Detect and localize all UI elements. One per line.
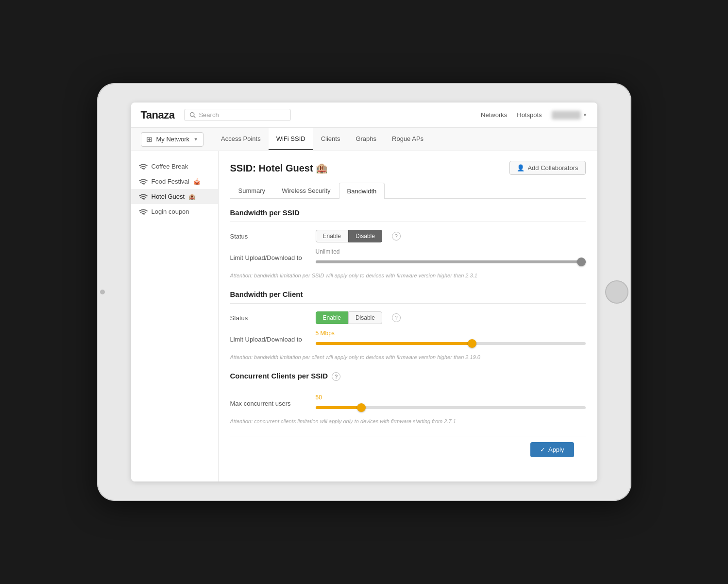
wifi-icon bbox=[139, 193, 148, 200]
bandwidth-per-ssid-section: Bandwidth per SSID Status Enable Disable… bbox=[230, 208, 586, 278]
client-enable-button[interactable]: Enable bbox=[316, 311, 348, 324]
nav-link-hotspots[interactable]: Hotspots bbox=[517, 111, 542, 119]
concurrent-slider-container: 50 bbox=[316, 394, 586, 412]
ssid-status-row: Status Enable Disable ? bbox=[230, 230, 586, 242]
sidebar-item-coffee-break[interactable]: Coffee Break bbox=[131, 159, 218, 174]
client-status-row: Status Enable Disable ? bbox=[230, 311, 586, 324]
check-icon: ✓ bbox=[540, 446, 545, 453]
concurrent-attention-text: Attention: concurrent clients limitation… bbox=[230, 418, 586, 424]
ssid-status-help-icon[interactable]: ? bbox=[392, 232, 401, 240]
apply-bar: ✓ Apply bbox=[230, 436, 586, 463]
ssid-emoji: 🎪 bbox=[193, 178, 201, 185]
sidebar-item-label: Login coupon bbox=[152, 208, 189, 215]
nav-link-networks[interactable]: Networks bbox=[481, 111, 507, 119]
ssid-emoji: 🏨 bbox=[188, 193, 196, 200]
tab-access-points[interactable]: Access Points bbox=[213, 128, 269, 150]
client-slider-wrap bbox=[316, 339, 586, 348]
concurrent-slider-thumb[interactable] bbox=[357, 403, 366, 412]
sidebar: Coffee Break Food Festival 🎪 bbox=[131, 151, 219, 481]
sidebar-item-login-coupon[interactable]: Login coupon bbox=[131, 204, 218, 219]
client-slider-container: 5 Mbps bbox=[316, 330, 586, 348]
top-nav: Tanaza Search Networks Hotspots ▼ bbox=[131, 103, 597, 128]
svg-point-2 bbox=[143, 169, 143, 170]
client-status-toggle: Enable Disable bbox=[316, 311, 382, 324]
client-attention-text: Attention: bandwidth limitation per clie… bbox=[230, 354, 586, 360]
section-title-bandwidth-client: Bandwidth per Client bbox=[230, 290, 586, 304]
content-area: Coffee Break Food Festival 🎪 bbox=[131, 151, 597, 481]
client-slider-fill bbox=[316, 342, 472, 345]
ssid-enable-button[interactable]: Enable bbox=[316, 230, 348, 242]
user-avatar bbox=[552, 111, 581, 120]
ssid-limit-row: Limit Upload/Download to Unlimited bbox=[230, 248, 586, 267]
side-button-left bbox=[100, 290, 105, 294]
concurrent-slider-track[interactable] bbox=[316, 406, 586, 409]
tab-wifi-ssid[interactable]: WiFi SSID bbox=[269, 128, 313, 150]
ssid-status-label: Status bbox=[230, 233, 308, 240]
wifi-icon bbox=[139, 163, 148, 170]
search-placeholder: Search bbox=[199, 111, 219, 119]
ssid-limit-label: Limit Upload/Download to bbox=[230, 254, 308, 261]
wifi-icon bbox=[139, 208, 148, 215]
sidebar-item-food-festival[interactable]: Food Festival 🎪 bbox=[131, 174, 218, 189]
tab-summary[interactable]: Summary bbox=[230, 183, 274, 198]
svg-line-1 bbox=[194, 116, 195, 118]
search-icon bbox=[189, 112, 196, 118]
ssid-status-toggle: Enable Disable bbox=[316, 230, 382, 242]
ssid-slider-container: Unlimited bbox=[316, 248, 586, 267]
ssid-slider-value: Unlimited bbox=[316, 248, 586, 255]
ssid-slider-track[interactable] bbox=[316, 260, 586, 263]
concurrent-slider-fill bbox=[316, 406, 362, 409]
concurrent-help-icon[interactable]: ? bbox=[332, 372, 340, 381]
concurrent-slider-value: 50 bbox=[316, 394, 586, 401]
svg-point-0 bbox=[190, 113, 194, 117]
client-limit-row: Limit Upload/Download to 5 Mbps bbox=[230, 330, 586, 348]
section-title-concurrent: Concurrent Clients per SSID ? bbox=[230, 372, 586, 386]
client-limit-label: Limit Upload/Download to bbox=[230, 336, 308, 343]
search-box[interactable]: Search bbox=[184, 109, 291, 121]
tab-wireless-security[interactable]: Wireless Security bbox=[273, 183, 339, 198]
concurrent-clients-section: Concurrent Clients per SSID ? Max concur… bbox=[230, 372, 586, 424]
nav-links: Networks Hotspots ▼ bbox=[481, 111, 587, 120]
svg-point-5 bbox=[143, 214, 143, 215]
client-slider-thumb[interactable] bbox=[468, 339, 476, 348]
ssid-attention-text: Attention: bandwidth limitation per SSID… bbox=[230, 273, 586, 278]
concurrent-slider-wrap bbox=[316, 403, 586, 412]
client-slider-track[interactable] bbox=[316, 342, 586, 345]
apply-button[interactable]: ✓ Apply bbox=[530, 442, 574, 457]
client-slider-value: 5 Mbps bbox=[316, 330, 586, 337]
section-title-bandwidth-ssid: Bandwidth per SSID bbox=[230, 208, 586, 222]
sidebar-item-label: Hotel Guest bbox=[152, 193, 185, 200]
wifi-icon bbox=[139, 178, 148, 185]
client-status-label: Status bbox=[230, 314, 308, 322]
svg-point-4 bbox=[143, 199, 143, 200]
sub-nav: ⊞ My Network ▼ Access Points WiFi SSID C… bbox=[131, 128, 597, 151]
network-dropdown[interactable]: ⊞ My Network ▼ bbox=[141, 132, 204, 147]
side-button-right bbox=[605, 280, 628, 304]
concurrent-max-row: Max concurrent users 50 bbox=[230, 394, 586, 412]
sidebar-item-label: Food Festival bbox=[152, 178, 189, 185]
sidebar-item-hotel-guest[interactable]: Hotel Guest 🏨 bbox=[131, 189, 218, 204]
client-disable-button[interactable]: Disable bbox=[348, 311, 382, 324]
tab-clients[interactable]: Clients bbox=[313, 128, 348, 150]
tab-bandwidth[interactable]: Bandwidth bbox=[339, 183, 385, 199]
ssid-disable-button[interactable]: Disable bbox=[348, 230, 382, 242]
sub-nav-tabs: Access Points WiFi SSID Clients Graphs R… bbox=[213, 128, 431, 150]
person-icon: 👤 bbox=[517, 164, 525, 172]
svg-point-3 bbox=[143, 184, 143, 185]
tab-graphs[interactable]: Graphs bbox=[348, 128, 384, 150]
browser-window: Tanaza Search Networks Hotspots ▼ ⊞ bbox=[131, 103, 597, 481]
ssid-header: SSID: Hotel Guest 🏨 👤 Add Collaborators bbox=[230, 161, 586, 175]
user-menu[interactable]: ▼ bbox=[552, 111, 588, 120]
content-tabs: Summary Wireless Security Bandwidth bbox=[230, 183, 586, 199]
ssid-slider-thumb[interactable] bbox=[577, 258, 586, 266]
ssid-slider-fill bbox=[316, 260, 586, 263]
chevron-down-icon: ▼ bbox=[583, 112, 588, 118]
client-status-help-icon[interactable]: ? bbox=[392, 313, 401, 322]
ssid-slider-wrap bbox=[316, 257, 586, 267]
network-layers-icon: ⊞ bbox=[146, 135, 152, 144]
tablet-frame: Tanaza Search Networks Hotspots ▼ ⊞ bbox=[97, 83, 631, 501]
bandwidth-per-client-section: Bandwidth per Client Status Enable Disab… bbox=[230, 290, 586, 360]
tab-rogue-aps[interactable]: Rogue APs bbox=[384, 128, 431, 150]
chevron-down-icon: ▼ bbox=[193, 137, 198, 142]
add-collaborators-button[interactable]: 👤 Add Collaborators bbox=[509, 161, 585, 175]
